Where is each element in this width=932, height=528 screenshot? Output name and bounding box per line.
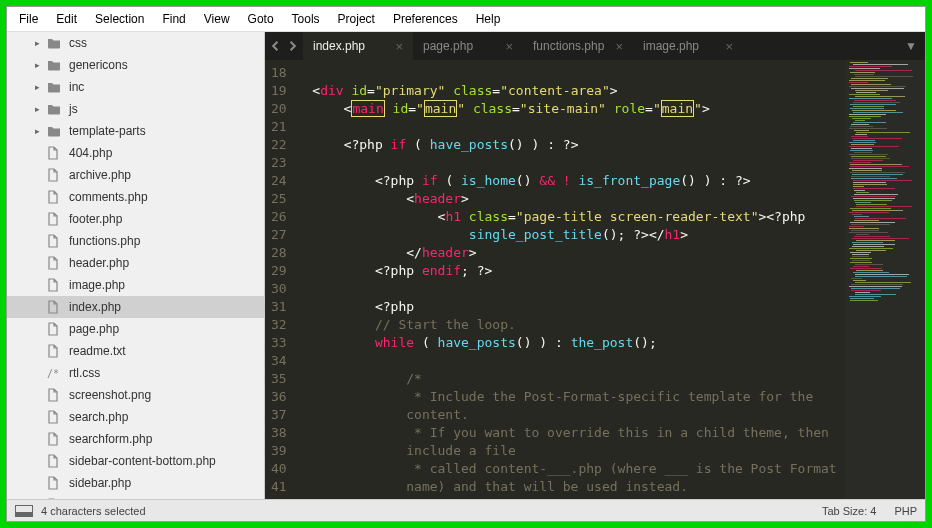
tree-label: image.php	[69, 278, 125, 292]
tree-item-comments-php[interactable]: comments.php	[7, 186, 264, 208]
tree-item-header-php[interactable]: header.php	[7, 252, 264, 274]
status-bar: 4 characters selected Tab Size: 4 PHP	[7, 499, 925, 521]
tree-item-footer-php[interactable]: footer.php	[7, 208, 264, 230]
tree-label: inc	[69, 80, 84, 94]
expand-arrow-icon[interactable]: ▸	[35, 82, 47, 92]
tree-label: page.php	[69, 322, 119, 336]
tree-item-js[interactable]: ▸js	[7, 98, 264, 120]
tree-label: screenshot.png	[69, 388, 151, 402]
file-icon	[47, 168, 63, 182]
tree-label: js	[69, 102, 78, 116]
expand-arrow-icon[interactable]: ▸	[35, 38, 47, 48]
file-icon	[47, 146, 63, 160]
tree-item-page-php[interactable]: page.php	[7, 318, 264, 340]
tab-label: image.php	[643, 39, 699, 53]
file-icon	[47, 476, 63, 490]
file-icon	[47, 300, 63, 314]
file-icon	[47, 432, 63, 446]
tree-item-rtl-css[interactable]: /*rtl.css	[7, 362, 264, 384]
tree-label: sidebar.php	[69, 476, 131, 490]
folder-icon	[47, 59, 63, 71]
tree-item-image-php[interactable]: image.php	[7, 274, 264, 296]
tree-item-genericons[interactable]: ▸genericons	[7, 54, 264, 76]
svg-rect-2	[16, 512, 33, 517]
code-editor[interactable]: 1819202122232425262728293031323334353637…	[265, 60, 925, 499]
menu-selection[interactable]: Selection	[87, 9, 152, 29]
file-icon	[47, 344, 63, 358]
folder-icon	[47, 125, 63, 137]
tree-label: searchform.php	[69, 432, 152, 446]
menu-file[interactable]: File	[11, 9, 46, 29]
menu-preferences[interactable]: Preferences	[385, 9, 466, 29]
menu-help[interactable]: Help	[468, 9, 509, 29]
tab-label: index.php	[313, 39, 365, 53]
svg-text:/*: /*	[47, 368, 59, 379]
tree-label: archive.php	[69, 168, 131, 182]
menu-bar: FileEditSelectionFindViewGotoToolsProjec…	[7, 7, 925, 32]
file-icon	[47, 454, 63, 468]
tree-item-inc[interactable]: ▸inc	[7, 76, 264, 98]
file-icon	[47, 190, 63, 204]
tree-label: readme.txt	[69, 344, 126, 358]
panel-icon[interactable]	[15, 505, 33, 517]
tree-item-template-parts[interactable]: ▸template-parts	[7, 120, 264, 142]
tab-label: page.php	[423, 39, 473, 53]
code-content[interactable]: <div id="primary" class="content-area"> …	[297, 60, 845, 499]
status-selection: 4 characters selected	[41, 505, 146, 517]
tree-label: comments.php	[69, 190, 148, 204]
tab-label: functions.php	[533, 39, 604, 53]
tree-item-functions-php[interactable]: functions.php	[7, 230, 264, 252]
tree-item-archive-php[interactable]: archive.php	[7, 164, 264, 186]
file-icon	[47, 256, 63, 270]
tree-item-readme-txt[interactable]: readme.txt	[7, 340, 264, 362]
file-icon	[47, 322, 63, 336]
tree-item-screenshot-png[interactable]: screenshot.png	[7, 384, 264, 406]
tree-label: template-parts	[69, 124, 146, 138]
tree-item-searchform-php[interactable]: searchform.php	[7, 428, 264, 450]
tab-next-icon[interactable]	[285, 39, 299, 53]
status-lang[interactable]: PHP	[894, 505, 917, 517]
tab-prev-icon[interactable]	[269, 39, 283, 53]
tree-label: 404.php	[69, 146, 112, 160]
tree-label: genericons	[69, 58, 128, 72]
file-icon: /*	[47, 367, 63, 379]
tab-functions-php[interactable]: functions.php×	[523, 32, 633, 60]
tab-image-php[interactable]: image.php×	[633, 32, 743, 60]
tab-overflow-icon[interactable]: ▼	[897, 39, 925, 53]
tree-item-404-php[interactable]: 404.php	[7, 142, 264, 164]
folder-icon	[47, 81, 63, 93]
expand-arrow-icon[interactable]: ▸	[35, 60, 47, 70]
tree-item-sidebar-content-bottom-php[interactable]: sidebar-content-bottom.php	[7, 450, 264, 472]
tree-item-css[interactable]: ▸css	[7, 32, 264, 54]
file-icon	[47, 388, 63, 402]
menu-edit[interactable]: Edit	[48, 9, 85, 29]
folder-icon	[47, 37, 63, 49]
menu-goto[interactable]: Goto	[240, 9, 282, 29]
tree-label: search.php	[69, 410, 128, 424]
menu-find[interactable]: Find	[154, 9, 193, 29]
tree-item-index-php[interactable]: index.php	[7, 296, 264, 318]
tab-index-php[interactable]: index.php×	[303, 32, 413, 60]
tree-label: footer.php	[69, 212, 122, 226]
line-gutter: 1819202122232425262728293031323334353637…	[265, 60, 297, 499]
close-icon[interactable]: ×	[615, 39, 623, 54]
file-icon	[47, 234, 63, 248]
expand-arrow-icon[interactable]: ▸	[35, 126, 47, 136]
close-icon[interactable]: ×	[505, 39, 513, 54]
minimap[interactable]	[845, 60, 925, 499]
file-icon	[47, 278, 63, 292]
tree-label: index.php	[69, 300, 121, 314]
status-tabsize[interactable]: Tab Size: 4	[822, 505, 876, 517]
menu-view[interactable]: View	[196, 9, 238, 29]
tree-item-sidebar-php[interactable]: sidebar.php	[7, 472, 264, 494]
expand-arrow-icon[interactable]: ▸	[35, 104, 47, 114]
menu-project[interactable]: Project	[330, 9, 383, 29]
close-icon[interactable]: ×	[725, 39, 733, 54]
tree-label: sidebar-content-bottom.php	[69, 454, 216, 468]
close-icon[interactable]: ×	[395, 39, 403, 54]
menu-tools[interactable]: Tools	[284, 9, 328, 29]
file-tree: ▸css▸genericons▸inc▸js▸template-parts404…	[7, 32, 265, 499]
tree-item-search-php[interactable]: search.php	[7, 406, 264, 428]
tab-page-php[interactable]: page.php×	[413, 32, 523, 60]
tab-nav	[265, 39, 303, 53]
